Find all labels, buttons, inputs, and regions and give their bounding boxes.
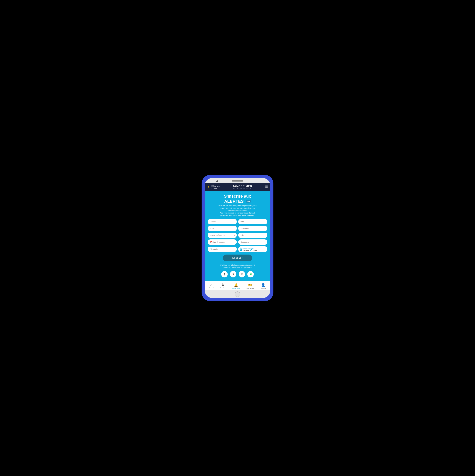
ticket-icon: 🎫 xyxy=(248,283,252,287)
nav-accueil-label: Accueil xyxy=(209,287,214,289)
main-content: S'inscrire aux ALERTES SMS Recevez insta… xyxy=(205,191,270,281)
date-wrapper: 📅 xyxy=(208,239,237,245)
ship-icon: ⛴ xyxy=(221,283,225,287)
home-icon: ⌂ xyxy=(210,283,212,287)
arabe-option[interactable]: Arabe xyxy=(250,249,257,251)
nav-accueil[interactable]: ⌂ Accueil xyxy=(209,283,214,289)
brand-subtitle: PASSAGERS xyxy=(233,187,252,189)
nav-horaires-label: Horaires xyxy=(220,287,225,289)
arabe-label: Arabe xyxy=(253,249,257,251)
language-section: Langue des messages ✓ Français Arabe xyxy=(238,246,267,252)
language-options: ✓ Français Arabe xyxy=(240,249,266,251)
phone-screen: ☀ Météo TANGER MED 24°C/75°F TANGER MED … xyxy=(205,183,270,290)
nav-alertes-label: Alertes SMS xyxy=(232,288,240,289)
nav-services-label: Services xyxy=(261,288,266,289)
header-weather: ☀ Météo TANGER MED 24°C/75°F xyxy=(207,184,220,189)
form-row-2 xyxy=(208,226,267,231)
compagnie-select[interactable]: Compagnie xyxy=(238,239,267,245)
nav-voyage-label: Mon voyage xyxy=(247,288,254,289)
form-row-3: Payes de résidence xyxy=(208,233,267,238)
weather-text: Météo TANGER MED 24°C/75°F xyxy=(211,184,220,189)
clock-icon: 🕐 xyxy=(209,248,212,250)
sms-badge: SMS xyxy=(246,200,251,203)
phone-frame: ☀ Météo TANGER MED 24°C/75°F TANGER MED … xyxy=(202,175,273,301)
brand-title: TANGER MED xyxy=(233,185,252,187)
twitter-button[interactable]: 𝕏 xyxy=(230,271,236,277)
person-icon: 👤 xyxy=(261,283,265,287)
nav-services[interactable]: 👤 Services xyxy=(261,283,266,289)
nav-alertes-sms[interactable]: 🔔 Alertes SMS xyxy=(232,283,240,289)
langue-label: Langue des messages xyxy=(240,247,266,249)
phone-top-bar xyxy=(205,178,270,183)
arabe-check xyxy=(250,249,252,251)
francais-option[interactable]: ✓ Français xyxy=(240,249,249,251)
hamburger-menu-button[interactable]: ☰ xyxy=(265,185,268,188)
form-row-1 xyxy=(208,219,267,224)
compagnie-wrapper: Compagnie xyxy=(238,239,267,245)
weather-icon: ☀ xyxy=(207,185,210,188)
instagram-button[interactable]: Ⓟ xyxy=(239,271,245,277)
form-row-5: 🕐 Langue des messages ✓ Français xyxy=(208,246,267,252)
speaker-icon xyxy=(232,180,243,182)
whatsapp-button[interactable]: ✆ xyxy=(247,271,254,277)
page-title: S'inscrire aux ALERTES SMS xyxy=(208,194,267,204)
pays-select[interactable]: Payes de résidence xyxy=(208,233,237,238)
telephone-input[interactable] xyxy=(238,226,267,231)
share-text: N'hésitez pas à inviter vous amis et pro… xyxy=(208,264,267,269)
front-camera-icon xyxy=(216,180,218,182)
nav-mon-voyage[interactable]: 🎫 Mon voyage xyxy=(247,283,254,289)
horaire-input[interactable] xyxy=(208,247,237,252)
calendar-icon: 📅 xyxy=(209,241,212,243)
francais-label: Français xyxy=(243,249,249,251)
header-brand: TANGER MED PASSAGERS xyxy=(233,185,252,189)
bell-icon: 🔔 xyxy=(234,283,238,287)
email-input[interactable] xyxy=(208,226,237,231)
social-icons: f 𝕏 Ⓟ ✆ xyxy=(208,271,267,277)
page-description: Recevez instantanément par messagerie te… xyxy=(208,205,267,217)
pays-wrapper: Payes de résidence xyxy=(208,233,237,238)
horaire-wrapper: 🕐 xyxy=(208,246,237,252)
phone-bottom-bar xyxy=(205,290,270,298)
nav-horaires[interactable]: ⛴ Horaires xyxy=(220,283,225,289)
francais-check: ✓ xyxy=(240,249,242,251)
home-button[interactable] xyxy=(235,291,240,297)
phone-inner: ☀ Météo TANGER MED 24°C/75°F TANGER MED … xyxy=(205,178,270,298)
ville-input[interactable] xyxy=(238,233,267,238)
form-row-4: 📅 Compagnie xyxy=(208,239,267,245)
prenom-input[interactable] xyxy=(208,219,237,224)
facebook-button[interactable]: f xyxy=(221,271,228,277)
nom-input[interactable] xyxy=(238,219,267,224)
date-input[interactable] xyxy=(208,239,237,245)
submit-button[interactable]: Envoyer xyxy=(223,255,252,261)
app-header: ☀ Météo TANGER MED 24°C/75°F TANGER MED … xyxy=(205,183,270,191)
bottom-nav: ⌂ Accueil ⛴ Horaires 🔔 Alertes SMS 🎫 Mon… xyxy=(205,281,270,290)
